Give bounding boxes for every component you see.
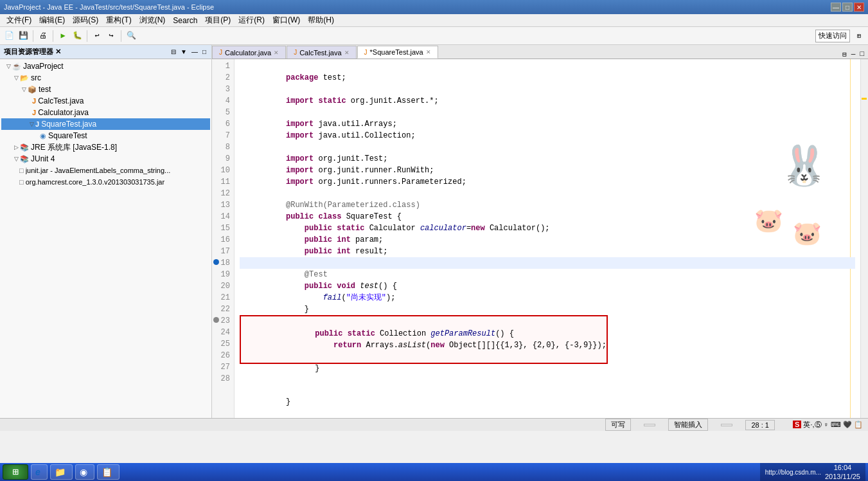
menu-refactor[interactable]: 重构(T) — [102, 14, 135, 26]
line-num-27: 27 — [212, 361, 234, 373]
overview-ruler — [860, 59, 868, 418]
line-num-10: 10 — [212, 165, 234, 176]
line-num-6: 6 — [212, 118, 234, 130]
tree-item-squaretest[interactable]: ▽ J SquareTest.java — [1, 118, 210, 130]
tab-calctest[interactable]: J CalcTest.java ✕ — [287, 46, 356, 59]
tree-item-test[interactable]: ▽ 📦 test — [1, 84, 210, 95]
line-num-12: 12 — [212, 188, 234, 199]
menu-bar: 文件(F) 编辑(E) 源码(S) 重构(T) 浏览(N) Search 项目(… — [0, 14, 868, 27]
tree-item-calculator[interactable]: J Calculator.java — [1, 107, 210, 118]
redo-button[interactable]: ↪ — [105, 30, 118, 42]
code-line-25 — [241, 340, 607, 351]
java-icon: J — [35, 120, 39, 128]
line-num-14: 14 — [212, 211, 234, 222]
tab-min-btn[interactable]: — — [850, 50, 857, 59]
class-icon: ◉ — [40, 132, 46, 140]
library-icon: 📚 — [20, 143, 29, 152]
maximize-button[interactable]: □ — [842, 3, 853, 12]
line-num-18: 18 — [212, 257, 234, 269]
code-line-4 — [240, 95, 855, 107]
tab-close-btn[interactable]: ✕ — [344, 50, 350, 56]
tree-item-squaretest-class[interactable]: ◉ SquareTest — [1, 130, 210, 141]
menu-source[interactable]: 源码(S) — [69, 14, 102, 26]
tab-list-btn[interactable]: ⊟ — [841, 50, 848, 59]
tab-close-btn[interactable]: ✕ — [274, 50, 279, 56]
jar-icon: □ — [19, 178, 24, 186]
start-button[interactable]: ⊞ — [3, 464, 28, 480]
save-button[interactable]: 💾 — [17, 30, 30, 42]
status-separator — [644, 424, 655, 426]
tree-label: src — [31, 73, 41, 82]
menu-window[interactable]: 窗口(W) — [269, 14, 304, 26]
menu-navigate[interactable]: 浏览(N) — [136, 14, 170, 26]
minimize-button[interactable]: — — [831, 3, 841, 12]
code-line-1: package test; — [240, 60, 855, 72]
line-num-8: 8 — [212, 141, 234, 153]
status-separator2 — [721, 424, 732, 426]
menu-file[interactable]: 文件(F) — [3, 14, 35, 26]
code-content[interactable]: package test; import static org.junit.As… — [235, 59, 860, 418]
print-button[interactable]: 🖨 — [37, 30, 49, 42]
search-button[interactable]: 🔍 — [125, 30, 137, 42]
run-button[interactable]: ▶ — [57, 30, 69, 42]
line-num-19: 19 — [212, 269, 234, 280]
code-line-11 — [240, 176, 855, 188]
menu-run[interactable]: 运行(R) — [235, 14, 269, 26]
taskbar-chrome[interactable]: ◉ — [75, 464, 94, 480]
main-layout: 项目资源管理器 ✕ ⊟ ▼ — □ ▽ ☕ JavaProject ▽ 📂 sr… — [0, 45, 868, 418]
taskbar-app4[interactable]: 📋 — [97, 464, 120, 480]
line-num-23: 23 — [212, 315, 234, 327]
menu-help[interactable]: 帮助(H) — [304, 14, 338, 26]
tree-item-javaproject[interactable]: ▽ ☕ JavaProject — [1, 60, 210, 72]
tree-item-calctest[interactable]: J CalcTest.java — [1, 95, 210, 107]
java-tab-icon: J — [294, 49, 297, 56]
tree-label: JavaProject — [23, 62, 64, 71]
code-line-28 — [240, 396, 855, 408]
tab-close-btn[interactable]: ✕ — [426, 49, 431, 55]
editor-area: J Calculator.java ✕ J CalcTest.java ✕ J … — [212, 45, 868, 418]
menu-edit[interactable]: 编辑(E) — [35, 14, 69, 26]
sonar-icon: S — [793, 421, 801, 428]
menu-search[interactable]: Search — [169, 15, 201, 26]
sidebar-collapse-btn[interactable]: ⊟ — [170, 48, 177, 55]
perspective-button[interactable]: ⊞ — [853, 30, 865, 42]
tree-item-junit4[interactable]: ▽ 📚 JUnit 4 — [1, 153, 210, 165]
taskbar-explorer[interactable]: 📁 — [50, 464, 73, 480]
start-icon: ⊞ — [12, 466, 19, 478]
tab-max-btn[interactable]: □ — [858, 50, 865, 59]
debug-button[interactable]: 🐛 — [71, 30, 84, 42]
code-line-19: public void test() { — [240, 269, 855, 280]
tree-label: CalcTest.java — [38, 96, 84, 105]
line-num-11: 11 — [212, 176, 234, 188]
toolbar-right: 快速访问 ⊞ — [815, 30, 865, 42]
java-tab-icon: J — [364, 49, 368, 56]
explorer-icon: 📁 — [55, 467, 66, 477]
code-line-26: } — [241, 351, 607, 363]
time-display: 16:04 2013/11/25 — [825, 463, 860, 481]
new-button[interactable]: 📄 — [3, 30, 15, 42]
tree-item-junit-jar[interactable]: □ junit.jar - JavaElementLabels_comma_st… — [1, 165, 210, 176]
taskbar-ie[interactable]: e — [31, 464, 48, 480]
menu-project[interactable]: 项目(P) — [201, 14, 235, 26]
jar-icon: □ — [19, 167, 24, 174]
quick-access[interactable]: 快速访问 — [815, 30, 850, 42]
code-line-12: @RunWith(Parameterized.class) — [240, 188, 855, 199]
close-button[interactable]: ✕ — [854, 3, 864, 12]
line-num-20: 20 — [212, 280, 234, 292]
line-num-4: 4 — [212, 95, 234, 107]
toolbar: 📄 💾 🖨 ▶ 🐛 ↩ ↪ 🔍 快速访问 ⊞ — [0, 27, 868, 45]
tab-calculator[interactable]: J Calculator.java ✕ — [212, 46, 286, 59]
sidebar-max-btn[interactable]: □ — [201, 48, 208, 55]
tab-squaretest[interactable]: J *SquareTest.java ✕ — [357, 46, 438, 59]
code-editor[interactable]: 1 2 3 4 5 6 7 8 9 10 11 12 13 14 15 16 1… — [212, 59, 868, 418]
sidebar-menu-btn[interactable]: ▼ — [179, 48, 188, 55]
tab-controls: ⊟ — □ — [841, 50, 868, 59]
tree-item-jre[interactable]: ▷ 📚 JRE 系统库 [JavaSE-1.8] — [1, 141, 210, 153]
marker-23 — [213, 317, 219, 323]
tree-label: test — [39, 85, 51, 94]
tree-item-hamcrest-jar[interactable]: □ org.hamcrest.core_1.3.0.v201303031735.… — [1, 176, 210, 188]
status-writable: 可写 — [605, 419, 631, 431]
tree-item-src[interactable]: ▽ 📂 src — [1, 72, 210, 84]
sidebar-min-btn[interactable]: — — [190, 48, 199, 55]
undo-button[interactable]: ↩ — [91, 30, 103, 42]
